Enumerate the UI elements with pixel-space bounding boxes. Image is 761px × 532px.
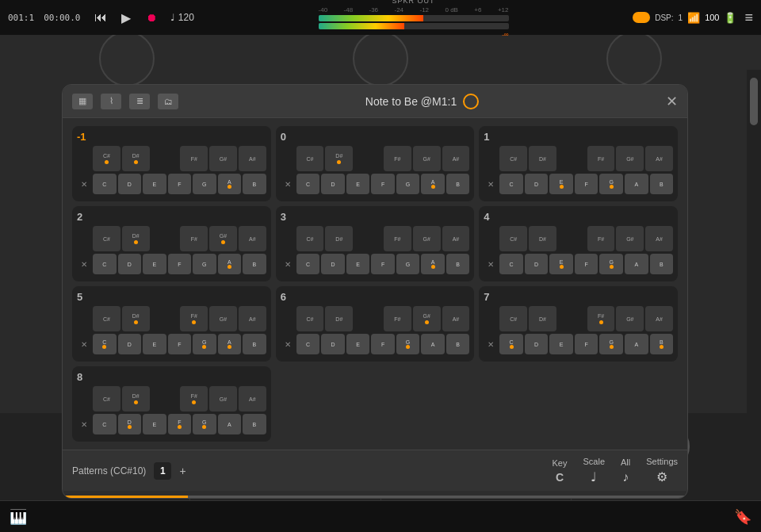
- key-e-2[interactable]: E: [143, 254, 166, 274]
- key-cs[interactable]: C#: [93, 146, 120, 171]
- key-gs-4[interactable]: G#: [616, 226, 644, 251]
- wave-icon[interactable]: ⌇: [101, 94, 121, 109]
- key-e-0[interactable]: E: [346, 174, 370, 194]
- add-pattern-button[interactable]: +: [179, 465, 185, 477]
- key-as-5[interactable]: A#: [239, 306, 266, 331]
- key-ds-2[interactable]: D#: [122, 226, 150, 251]
- key-gs-1[interactable]: G#: [616, 146, 644, 171]
- piano-icon[interactable]: 🎹: [10, 508, 27, 526]
- key-ds-8[interactable]: D#: [122, 386, 150, 411]
- key-e-3[interactable]: E: [346, 254, 370, 274]
- key-x-4[interactable]: ✕: [484, 254, 498, 274]
- key-b-8[interactable]: B: [243, 414, 266, 434]
- key-as-1[interactable]: A#: [645, 146, 673, 171]
- key-f-3[interactable]: F: [371, 254, 395, 274]
- key-f-7[interactable]: F: [575, 334, 598, 354]
- key-d-8[interactable]: D: [118, 414, 142, 434]
- key-c-2[interactable]: C: [93, 254, 117, 274]
- key-c-7[interactable]: C: [499, 334, 523, 354]
- modal-power-button[interactable]: [463, 94, 479, 109]
- key-g[interactable]: G: [193, 174, 216, 194]
- key-cs-7[interactable]: C#: [499, 306, 527, 331]
- key-b-5[interactable]: B: [243, 334, 266, 354]
- key-control[interactable]: Key C: [553, 458, 568, 484]
- key-ds-3[interactable]: D#: [325, 226, 353, 251]
- key-x-5[interactable]: ✕: [77, 334, 91, 354]
- scroll-thumb[interactable]: [750, 78, 758, 125]
- key-e-7[interactable]: E: [549, 334, 573, 354]
- key-ds[interactable]: D#: [122, 146, 150, 171]
- key-ds-0[interactable]: D#: [325, 146, 353, 171]
- key-g-0[interactable]: G: [396, 174, 420, 194]
- key-g-2[interactable]: G: [193, 254, 216, 274]
- key-c-1[interactable]: C: [499, 174, 523, 194]
- key-cs-1[interactable]: C#: [499, 146, 527, 171]
- key-cs-3[interactable]: C#: [296, 226, 324, 251]
- key-d-3[interactable]: D: [321, 254, 345, 274]
- key-as-2[interactable]: A#: [239, 226, 266, 251]
- key-b-7[interactable]: B: [650, 334, 674, 354]
- settings-control[interactable]: Settings ⚙: [646, 457, 678, 484]
- key-ds-4[interactable]: D#: [529, 226, 556, 251]
- key-g-5[interactable]: G: [193, 334, 216, 354]
- key-f-4[interactable]: F: [575, 254, 598, 274]
- key-f-6[interactable]: F: [371, 334, 395, 354]
- key-e-4[interactable]: E: [549, 254, 573, 274]
- key-d-2[interactable]: D: [118, 254, 142, 274]
- key-c-3[interactable]: C: [296, 254, 320, 274]
- key-d-4[interactable]: D: [525, 254, 549, 274]
- key-f-2[interactable]: F: [168, 254, 192, 274]
- key-x-neg1[interactable]: ✕: [77, 174, 91, 194]
- key-c-8[interactable]: C: [93, 414, 117, 434]
- key-d-0[interactable]: D: [321, 174, 345, 194]
- key-d[interactable]: D: [118, 174, 142, 194]
- key-d-7[interactable]: D: [525, 334, 549, 354]
- key-a-6[interactable]: A: [421, 334, 445, 354]
- key-e-1[interactable]: E: [549, 174, 573, 194]
- key-ds-7[interactable]: D#: [529, 306, 556, 331]
- key-a-7[interactable]: A: [625, 334, 648, 354]
- key-cs-8[interactable]: C#: [93, 386, 120, 411]
- folder-icon[interactable]: 🗂: [158, 94, 178, 109]
- key-f[interactable]: F: [168, 174, 192, 194]
- key-fs-3[interactable]: F#: [384, 226, 411, 251]
- key-c-4[interactable]: C: [499, 254, 523, 274]
- play-button[interactable]: ▶: [115, 6, 137, 29]
- key-gs-7[interactable]: G#: [616, 306, 644, 331]
- rewind-button[interactable]: ⏮: [90, 6, 112, 29]
- key-as-3[interactable]: A#: [442, 226, 470, 251]
- bars-icon[interactable]: ≣: [129, 94, 150, 109]
- key-cs-6[interactable]: C#: [296, 306, 324, 331]
- key-gs[interactable]: G#: [209, 146, 237, 171]
- key-x-3[interactable]: ✕: [281, 254, 295, 274]
- key-as-8[interactable]: A#: [239, 386, 266, 411]
- key-b-0[interactable]: B: [446, 174, 470, 194]
- key-a-4[interactable]: A: [625, 254, 648, 274]
- key-fs[interactable]: F#: [180, 146, 208, 171]
- key-c[interactable]: C: [93, 174, 117, 194]
- key-fs-6[interactable]: F#: [384, 306, 411, 331]
- key-ds-5[interactable]: D#: [122, 306, 150, 331]
- key-cs-4[interactable]: C#: [499, 226, 527, 251]
- key-fs-4[interactable]: F#: [587, 226, 615, 251]
- key-f-1[interactable]: F: [575, 174, 598, 194]
- key-a-2[interactable]: A: [218, 254, 242, 274]
- key-d-5[interactable]: D: [118, 334, 142, 354]
- key-g-7[interactable]: G: [599, 334, 623, 354]
- key-gs-0[interactable]: G#: [413, 146, 441, 171]
- key-x-2[interactable]: ✕: [77, 254, 91, 274]
- key-b-6[interactable]: B: [446, 334, 470, 354]
- key-as-7[interactable]: A#: [645, 306, 673, 331]
- key-fs-5[interactable]: F#: [180, 306, 208, 331]
- record-button[interactable]: ⏺: [140, 6, 163, 29]
- key-x-1[interactable]: ✕: [484, 174, 498, 194]
- scale-control[interactable]: Scale ♩: [583, 457, 605, 484]
- key-as-0[interactable]: A#: [442, 146, 470, 171]
- key-f-0[interactable]: F: [371, 174, 395, 194]
- key-gs-2[interactable]: G#: [209, 226, 237, 251]
- key-g-6[interactable]: G: [396, 334, 420, 354]
- all-control[interactable]: All ♪: [621, 457, 630, 484]
- right-scrollbar[interactable]: [747, 70, 761, 445]
- key-d-1[interactable]: D: [525, 174, 549, 194]
- key-d-6[interactable]: D: [321, 334, 345, 354]
